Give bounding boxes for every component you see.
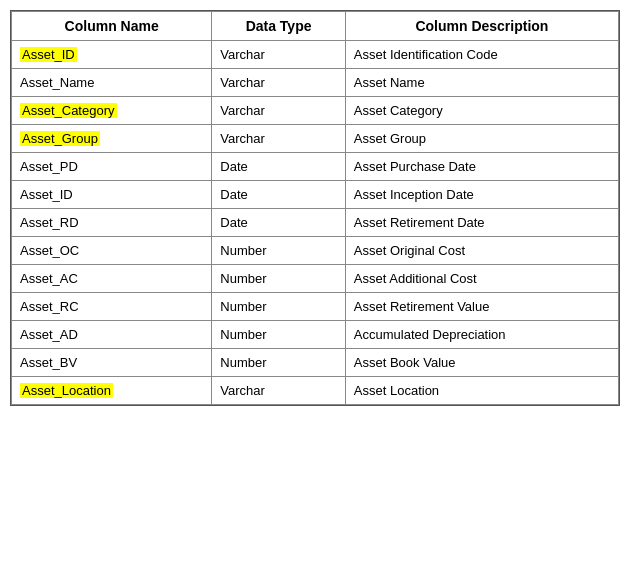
highlighted-column-name: Asset_Location [20, 383, 113, 398]
table-row: Asset_GroupVarcharAsset Group [12, 125, 619, 153]
table-row: Asset_NameVarcharAsset Name [12, 69, 619, 97]
cell-data-type: Varchar [212, 125, 346, 153]
cell-column-name: Asset_BV [12, 349, 212, 377]
cell-column-description: Asset Retirement Value [345, 293, 618, 321]
cell-column-name: Asset_ID [12, 181, 212, 209]
cell-column-description: Asset Original Cost [345, 237, 618, 265]
cell-column-description: Accumulated Depreciation [345, 321, 618, 349]
asset-table: Column Name Data Type Column Description… [11, 11, 619, 405]
header-data-type: Data Type [212, 12, 346, 41]
table-row: Asset_BVNumberAsset Book Value [12, 349, 619, 377]
cell-data-type: Date [212, 181, 346, 209]
table-row: Asset_IDVarcharAsset Identification Code [12, 41, 619, 69]
cell-column-description: Asset Location [345, 377, 618, 405]
table-row: Asset_ACNumberAsset Additional Cost [12, 265, 619, 293]
table-row: Asset_ADNumberAccumulated Depreciation [12, 321, 619, 349]
cell-column-name: Asset_RC [12, 293, 212, 321]
table-row: Asset_LocationVarcharAsset Location [12, 377, 619, 405]
cell-column-description: Asset Category [345, 97, 618, 125]
cell-column-name: Asset_AC [12, 265, 212, 293]
cell-data-type: Number [212, 321, 346, 349]
cell-column-description: Asset Identification Code [345, 41, 618, 69]
cell-data-type: Number [212, 237, 346, 265]
cell-column-description: Asset Additional Cost [345, 265, 618, 293]
cell-column-name: Asset_ID [12, 41, 212, 69]
cell-column-description: Asset Purchase Date [345, 153, 618, 181]
cell-data-type: Varchar [212, 97, 346, 125]
cell-data-type: Date [212, 209, 346, 237]
cell-data-type: Number [212, 265, 346, 293]
table-header-row: Column Name Data Type Column Description [12, 12, 619, 41]
table-row: Asset_RCNumberAsset Retirement Value [12, 293, 619, 321]
table-row: Asset_RDDateAsset Retirement Date [12, 209, 619, 237]
cell-column-description: Asset Retirement Date [345, 209, 618, 237]
cell-data-type: Number [212, 293, 346, 321]
table-row: Asset_PDDateAsset Purchase Date [12, 153, 619, 181]
cell-data-type: Date [212, 153, 346, 181]
cell-column-name: Asset_Category [12, 97, 212, 125]
table-row: Asset_CategoryVarcharAsset Category [12, 97, 619, 125]
cell-column-name: Asset_Group [12, 125, 212, 153]
cell-column-description: Asset Book Value [345, 349, 618, 377]
cell-column-name: Asset_OC [12, 237, 212, 265]
cell-column-name: Asset_Name [12, 69, 212, 97]
highlighted-column-name: Asset_ID [20, 47, 77, 62]
cell-column-name: Asset_PD [12, 153, 212, 181]
main-table-container: Column Name Data Type Column Description… [10, 10, 620, 406]
highlighted-column-name: Asset_Group [20, 131, 100, 146]
cell-column-description: Asset Name [345, 69, 618, 97]
cell-column-name: Asset_AD [12, 321, 212, 349]
table-row: Asset_IDDateAsset Inception Date [12, 181, 619, 209]
cell-data-type: Varchar [212, 377, 346, 405]
cell-column-name: Asset_RD [12, 209, 212, 237]
cell-column-description: Asset Group [345, 125, 618, 153]
header-column-description: Column Description [345, 12, 618, 41]
cell-data-type: Varchar [212, 69, 346, 97]
cell-data-type: Number [212, 349, 346, 377]
highlighted-column-name: Asset_Category [20, 103, 117, 118]
cell-data-type: Varchar [212, 41, 346, 69]
cell-column-description: Asset Inception Date [345, 181, 618, 209]
cell-column-name: Asset_Location [12, 377, 212, 405]
header-column-name: Column Name [12, 12, 212, 41]
table-row: Asset_OCNumberAsset Original Cost [12, 237, 619, 265]
